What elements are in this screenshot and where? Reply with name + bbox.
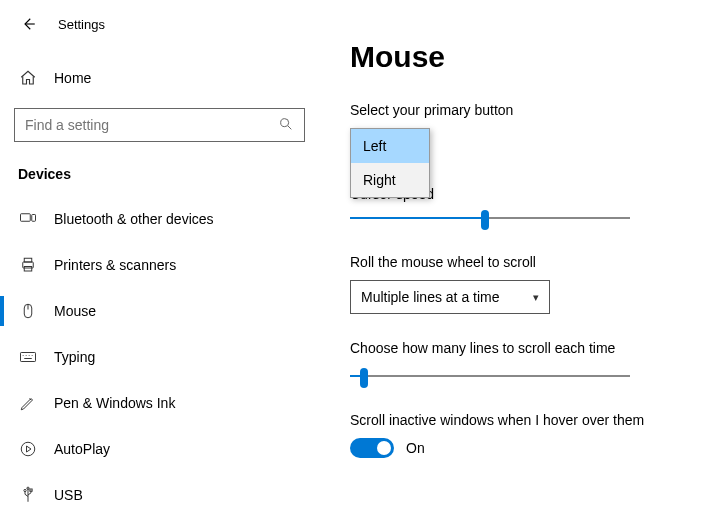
pen-icon bbox=[18, 393, 38, 413]
sidebar-item-mouse[interactable]: Mouse bbox=[0, 288, 319, 334]
scroll-wheel-dropdown[interactable]: Multiple lines at a time ▾ bbox=[350, 280, 550, 314]
slider-thumb[interactable] bbox=[481, 210, 489, 230]
primary-button-label: Select your primary button bbox=[350, 102, 693, 118]
sidebar-item-printers[interactable]: Printers & scanners bbox=[0, 242, 319, 288]
sidebar-item-usb[interactable]: USB bbox=[0, 472, 319, 518]
section-devices: Devices bbox=[0, 160, 319, 196]
toggle-state: On bbox=[406, 440, 425, 456]
search-input[interactable] bbox=[25, 117, 278, 133]
sidebar-item-label: Mouse bbox=[54, 303, 96, 319]
devices-icon bbox=[18, 209, 38, 229]
usb-icon bbox=[18, 485, 38, 505]
inactive-scroll-toggle[interactable] bbox=[350, 438, 394, 458]
svg-rect-11 bbox=[30, 489, 32, 491]
scroll-wheel-label: Roll the mouse wheel to scroll bbox=[350, 254, 693, 270]
back-button[interactable] bbox=[18, 14, 38, 34]
printer-icon bbox=[18, 255, 38, 275]
page-title: Mouse bbox=[350, 40, 693, 74]
mouse-icon bbox=[18, 301, 38, 321]
svg-rect-2 bbox=[32, 215, 36, 222]
dropdown-option-right[interactable]: Right bbox=[351, 163, 429, 197]
home-label: Home bbox=[54, 70, 91, 86]
svg-point-12 bbox=[24, 489, 26, 491]
primary-button-dropdown[interactable]: Left Right bbox=[350, 128, 430, 198]
dropdown-option-left[interactable]: Left bbox=[351, 129, 429, 163]
scroll-wheel-value: Multiple lines at a time bbox=[361, 289, 500, 305]
home-icon bbox=[18, 68, 38, 88]
window-title: Settings bbox=[58, 17, 105, 32]
sidebar-item-bluetooth[interactable]: Bluetooth & other devices bbox=[0, 196, 319, 242]
svg-point-9 bbox=[21, 442, 35, 456]
inactive-scroll-label: Scroll inactive windows when I hover ove… bbox=[350, 412, 693, 428]
toggle-knob bbox=[377, 441, 391, 455]
search-icon bbox=[278, 116, 294, 135]
chevron-down-icon: ▾ bbox=[533, 291, 539, 304]
sidebar-item-label: USB bbox=[54, 487, 83, 503]
svg-point-0 bbox=[281, 118, 289, 126]
home-nav[interactable]: Home bbox=[0, 58, 319, 98]
autoplay-icon bbox=[18, 439, 38, 459]
svg-rect-8 bbox=[21, 353, 36, 362]
sidebar-item-label: AutoPlay bbox=[54, 441, 110, 457]
svg-rect-1 bbox=[21, 214, 31, 222]
sidebar-item-label: Typing bbox=[54, 349, 95, 365]
svg-rect-4 bbox=[24, 258, 32, 262]
sidebar-item-autoplay[interactable]: AutoPlay bbox=[0, 426, 319, 472]
lines-label: Choose how many lines to scroll each tim… bbox=[350, 340, 693, 356]
sidebar-item-typing[interactable]: Typing bbox=[0, 334, 319, 380]
slider-thumb[interactable] bbox=[360, 368, 368, 388]
svg-rect-5 bbox=[24, 267, 32, 272]
sidebar-item-pen[interactable]: Pen & Windows Ink bbox=[0, 380, 319, 426]
search-box[interactable] bbox=[14, 108, 305, 142]
sidebar-item-label: Pen & Windows Ink bbox=[54, 395, 175, 411]
cursor-speed-slider[interactable] bbox=[350, 208, 630, 228]
keyboard-icon bbox=[18, 347, 38, 367]
sidebar-item-label: Bluetooth & other devices bbox=[54, 211, 214, 227]
lines-slider[interactable] bbox=[350, 366, 630, 386]
sidebar-item-label: Printers & scanners bbox=[54, 257, 176, 273]
